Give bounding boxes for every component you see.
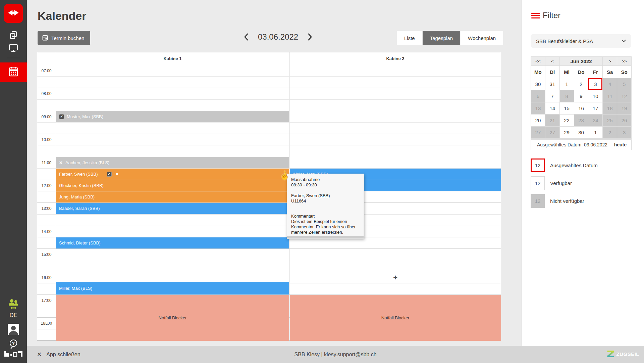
calendar-event[interactable]: Notfall Blocker [56, 295, 289, 341]
calendar-event[interactable]: Baader, Sarah (SBB) [56, 203, 289, 214]
tooltip-time: 08:30 - 09:30 [291, 182, 360, 188]
grid-header: Kabine 1 Kabine 2 [37, 52, 501, 65]
time-slot[interactable] [37, 226, 501, 237]
sidebar-item-calendar-active[interactable] [0, 62, 27, 82]
next-month-button[interactable]: > [603, 57, 617, 65]
mini-calendar-day[interactable]: 20 [531, 115, 545, 126]
mini-calendar-day: 21 [545, 115, 559, 126]
time-slot[interactable] [37, 260, 501, 272]
sidebar-item-display[interactable] [0, 44, 27, 54]
prev-month-button[interactable]: < [545, 57, 559, 65]
help-button[interactable]: ? [0, 339, 27, 351]
add-appointment-slot[interactable]: + [290, 272, 501, 283]
menu-icon[interactable] [531, 13, 540, 20]
calendar-event[interactable]: Glockner, Kristin (SBB) [56, 180, 289, 191]
mini-calendar-day[interactable]: 1 [560, 78, 574, 90]
mini-calendar-day[interactable]: 16 [574, 102, 588, 114]
calendar-event[interactable]: ✕Aachen, Jessika (BLS) [56, 157, 289, 168]
date-navigation: 03.06.2022 [244, 32, 313, 42]
time-slot[interactable] [37, 88, 501, 99]
time-label: 14:00 [37, 226, 56, 237]
current-date: 03.06.2022 [258, 32, 298, 42]
mini-calendar-day[interactable]: 30 [574, 127, 588, 138]
mini-calendar-day[interactable]: 9 [574, 90, 588, 102]
view-tab-wochenplan[interactable]: Wochenplan [461, 31, 503, 45]
tooltip-comment-label: Kommentar: [291, 214, 360, 219]
close-icon[interactable]: ✕ [59, 160, 63, 165]
sbb-logo[interactable] [4, 4, 23, 23]
mini-calendar-day[interactable]: 31 [545, 78, 559, 90]
sbb-double-arrow-icon [7, 9, 20, 18]
category-dropdown[interactable]: SBB Berufskleider & PSA [531, 34, 631, 48]
next-year-button[interactable]: >> [617, 57, 631, 65]
time-slot[interactable] [37, 100, 501, 111]
legend-label: Nicht verfügbar [550, 198, 584, 204]
filter-title: Filter [543, 11, 560, 20]
time-slot[interactable] [37, 65, 501, 77]
view-tab-liste[interactable]: Liste [397, 31, 422, 45]
event-label: Baader, Sarah (SBB) [59, 206, 100, 211]
time-label: 17:00 [37, 295, 56, 306]
footer-support-text: SBB Klesy | klesy.support@sbb.ch [27, 346, 644, 363]
language-selector[interactable]: DE [0, 312, 27, 319]
close-icon[interactable]: ✕ [115, 172, 119, 177]
book-appointment-button[interactable]: Termin buchen [38, 31, 90, 45]
calendar-event[interactable]: Jung, Maria (SBB) [56, 191, 289, 202]
time-slot[interactable] [37, 215, 501, 226]
time-slot[interactable] [37, 249, 501, 260]
sidebar-item-copy[interactable] [0, 31, 27, 41]
checkbox-checked-icon[interactable]: ✓ [107, 172, 112, 177]
time-slot[interactable] [37, 145, 501, 157]
filter-panel: Filter SBB Berufskleider & PSA <<<Jun 20… [522, 0, 644, 346]
mini-calendar-day[interactable]: 10 [588, 90, 602, 102]
calendar-event[interactable]: Notfall Blocker [290, 295, 501, 341]
footer-bar: ✕ App schließen SBB Klesy | klesy.suppor… [27, 346, 644, 363]
book-appointment-label: Termin buchen [51, 35, 84, 41]
time-slot[interactable] [37, 134, 501, 145]
page-title: Kalender [38, 9, 87, 22]
mini-calendar-day: 24 [588, 115, 602, 126]
event-label: Muster, Max (SBB) [67, 114, 103, 119]
mini-calendar-day-name: Sa [603, 66, 617, 78]
mini-calendar-day[interactable]: 1 [588, 127, 602, 138]
tooltip-scrollbar[interactable] [287, 236, 364, 238]
mini-calendar-day[interactable]: 3 [588, 78, 602, 90]
event-label: Aachen, Jessika (BLS) [65, 160, 110, 165]
calendar-event[interactable]: Schmid, Dieter (SBB) [56, 237, 289, 248]
prev-day-button[interactable] [244, 33, 249, 41]
mini-calendar-day[interactable]: 29 [560, 127, 574, 138]
event-label: Notfall Blocker [159, 315, 187, 320]
calendar-event[interactable]: ✓Muster, Max (SBB) [56, 111, 289, 122]
mini-calendar-day[interactable]: 30 [531, 78, 545, 90]
mini-calendar: <<<Jun 2022>>>MoDiMiDoFrSaSo303112345678… [531, 56, 632, 139]
mini-calendar-day: 2 [603, 127, 617, 138]
column-header-kabine-1: Kabine 1 [56, 52, 289, 65]
avatar[interactable] [8, 324, 19, 335]
mini-calendar-day[interactable]: 22 [560, 115, 574, 126]
sidebar-item-user-switch[interactable] [0, 299, 27, 312]
view-tab-tagesplan[interactable]: Tagesplan [423, 31, 460, 45]
zugseil-brand: ZUGSEIL [607, 351, 639, 357]
mini-calendar-day: 18 [603, 102, 617, 114]
time-slot[interactable] [37, 123, 501, 134]
prev-year-button[interactable]: << [531, 57, 545, 65]
zugseil-brand-name: ZUGSEIL [616, 351, 639, 357]
checkbox-checked-icon[interactable]: ✓ [59, 114, 64, 119]
mini-calendar-day[interactable]: 14 [545, 102, 559, 114]
next-day-button[interactable] [307, 33, 313, 41]
time-label: 11:00 [37, 157, 56, 169]
calendar-event[interactable]: Miller, Max (BLS) [56, 282, 289, 294]
today-link[interactable]: heute [614, 142, 627, 147]
time-label: 18L00 [37, 318, 56, 329]
time-label: 07:00 [37, 65, 56, 77]
time-slot[interactable] [37, 77, 501, 88]
category-dropdown-value: SBB Berufskleider & PSA [536, 38, 593, 44]
time-label: 12:00 [37, 180, 56, 191]
calendar-event[interactable]: Farber, Swen (SBB)✓✕ [56, 169, 289, 180]
mini-calendar-day[interactable]: 7 [545, 90, 559, 102]
day-calendar-grid: Kabine 1 Kabine 2 07:0008:0009:0010:0011… [37, 52, 501, 341]
mini-calendar-day[interactable]: 2 [574, 78, 588, 90]
time-label: 15:00 [37, 249, 56, 260]
mini-calendar-day[interactable]: 17 [588, 102, 602, 114]
mini-calendar-day[interactable]: 15 [560, 102, 574, 114]
